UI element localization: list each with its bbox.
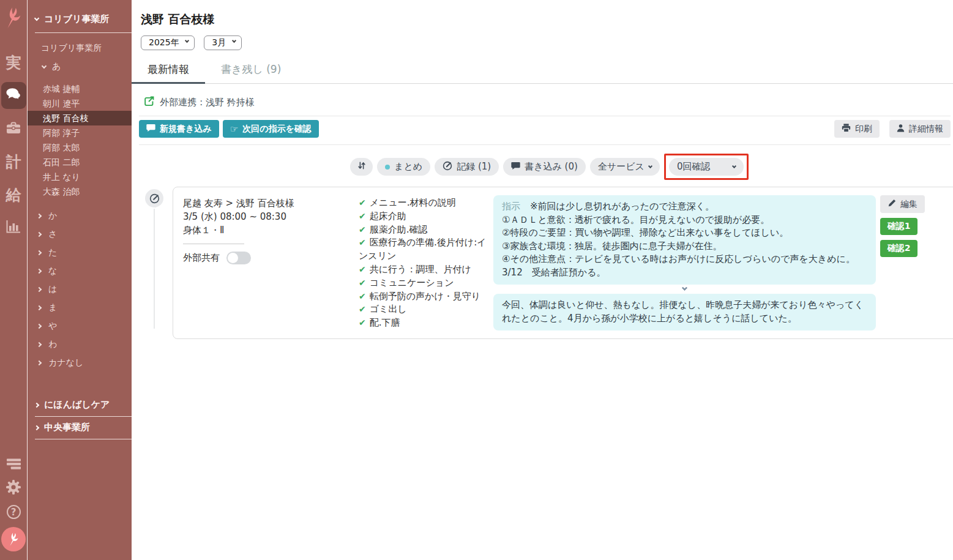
chevron-right-icon [37,305,42,310]
list-icon[interactable] [7,458,21,472]
sidebar-kana-group[interactable]: ま [28,299,132,317]
tab-notes-left[interactable]: 書き残し (9) [205,59,297,83]
year-select[interactable]: 2025年 [141,35,195,50]
highlight-red-box: 0回確認 [664,154,749,180]
external-share-toggle[interactable] [226,252,251,264]
record-info-column: 尾越 友寿 > 浅野 百合枝様 3/5 (水) 08:00 ~ 08:30 身体… [183,195,359,330]
chevron-down-icon [232,39,236,43]
page-title: 浅野 百合枝様 [141,12,953,28]
checklist-item: 配.下膳 [359,316,490,330]
print-button[interactable]: 印刷 [834,120,880,138]
gear-icon[interactable] [6,480,21,497]
record-actions-column: 編集 確認1 確認2 [876,195,925,330]
sidebar-kana-group[interactable]: な [28,262,132,280]
sidebar-office-header[interactable]: コリブリ事業所 [35,13,132,33]
sidebar-client[interactable]: 阿部 太郎 [28,140,132,155]
teal-dot-icon [385,165,390,170]
external-link-label: 外部連携：浅野 矜持様 [160,97,255,108]
record-compose-icon[interactable] [145,189,163,207]
sidebar-client-selected[interactable]: 浅野 百合枝 [28,111,132,125]
chat-bubbles-icon [6,87,21,105]
sidebar-client[interactable]: 大森 治郎 [28,184,132,199]
sidebar-office-item[interactable]: コリブリ事業所 [28,39,132,58]
sidebar-client[interactable]: 阿部 淳子 [28,125,132,140]
month-select[interactable]: 3月 [204,35,242,50]
sort-arrows-icon [357,161,366,173]
filter-posts[interactable]: 書き込み (0) [503,158,586,176]
rail-item-kei[interactable]: 計 [1,148,26,175]
report-block: 今回、体調は良いと仰せ、熱もなし。排便なし、昨晩息子夫婦が来ており色々やってくれ… [493,294,876,330]
sidebar-office-nihonbashi[interactable]: にほんばしケア [35,394,132,417]
sidebar-client[interactable]: 赤城 捷輔 [28,81,132,96]
external-share-row: 外部共有 [183,251,359,264]
external-share-label: 外部共有 [183,251,220,264]
bar-chart-icon [6,219,21,237]
filter-summary[interactable]: まとめ [377,158,430,176]
checklist-item: 服薬介助.確認 [359,223,490,237]
checklist-item: コミュニケーション [359,277,490,290]
chevron-right-icon [37,287,42,292]
filter-row: まとめ 記録 (1) 書き込み (0) 全サービス 0回確認 [141,154,953,180]
checklist-item: 転倒予防の声かけ・見守り [359,290,490,304]
details-button[interactable]: 詳細情報 [889,120,951,138]
sidebar-office-chuo[interactable]: 中央事業所 [35,417,132,439]
pointing-hand-icon [230,124,238,134]
speech-bubble-icon [511,162,520,173]
sidebar-kana-group[interactable]: た [28,244,132,262]
checklist-item: ゴミ出し [359,303,490,316]
service-type: 身体１・Ⅱ [183,223,359,237]
chevron-right-icon [37,232,42,237]
sidebar-group-a[interactable]: あ [28,58,132,76]
sort-button[interactable] [350,158,373,176]
pencil-icon [888,199,896,209]
filter-records[interactable]: 記録 (1) [435,158,499,176]
icon-rail: 実 計 給 ? [0,0,28,560]
instruction-label: 指示 [502,201,520,212]
chevron-right-icon [34,425,39,430]
external-link-row[interactable]: 外部連携：浅野 矜持様 [141,96,953,109]
rail-item-kyu[interactable]: 給 [1,181,26,208]
service-filter-select[interactable]: 全サービス [590,158,660,176]
rail-item-messages[interactable] [1,82,26,109]
briefcase-icon [6,120,21,138]
chevron-right-icon [37,250,42,255]
notes-column: 指示※前回は少し息切れがあったので注意深く。 ①ＡＤＬと意欲：透析で疲れる。目が… [493,195,876,330]
edit-button[interactable]: 編集 [880,195,925,213]
confirm-count-select[interactable]: 0回確認 [669,158,744,176]
help-icon[interactable]: ? [7,505,21,519]
sidebar-kana-group[interactable]: は [28,280,132,299]
chevron-right-icon [37,342,42,347]
sidebar-client[interactable]: 朝川 遼平 [28,96,132,111]
rail-item-briefcase[interactable] [1,115,26,142]
checklist-item: 共に行う：調理、片付け [359,263,490,277]
rail-item-chart[interactable] [1,214,26,241]
sidebar-kana-group[interactable]: カナなし [28,354,132,372]
sidebar-kana-group[interactable]: や [28,317,132,335]
instruction-line: ①ＡＤＬと意欲：透析で疲れる。目が見えないので援助が必要。 [502,214,867,227]
sidebar-client[interactable]: 井上 なり [28,170,132,184]
sidebar-kana-group[interactable]: か [28,207,132,225]
chevron-right-icon [37,360,42,365]
chevron-right-icon [37,269,42,274]
chevron-right-icon [37,214,42,218]
person-icon [897,124,905,134]
actions-row: 新規書き込み 次回の指示を確認 印刷 詳細情報 [139,120,951,138]
chevron-down-icon [42,63,47,68]
tab-bar: 最新情報 書き残し (9) [132,59,953,84]
confirm2-button[interactable]: 確認2 [880,240,917,257]
staff-client-line: 尾越 友寿 > 浅野 百合枝様 [183,196,359,210]
sidebar-kana-group[interactable]: さ [28,225,132,244]
sidebar-kana-group[interactable]: わ [28,335,132,354]
rail-bottom-group: ? [1,458,26,560]
tab-latest-info[interactable]: 最新情報 [132,59,205,84]
new-post-button[interactable]: 新規書き込み [139,120,219,138]
expand-chevron[interactable] [493,285,876,294]
confirm1-button[interactable]: 確認1 [880,218,917,235]
sidebar-client[interactable]: 石田 二郎 [28,155,132,170]
checklist-item: 医療行為の準備.後片付け:インスリン [359,236,490,263]
rail-item-jitsu[interactable]: 実 [1,49,26,76]
logo-circle-bird-icon[interactable] [1,527,26,551]
divider [139,144,951,145]
check-next-instruction-button[interactable]: 次回の指示を確認 [223,120,319,138]
timeline-line [154,209,155,329]
